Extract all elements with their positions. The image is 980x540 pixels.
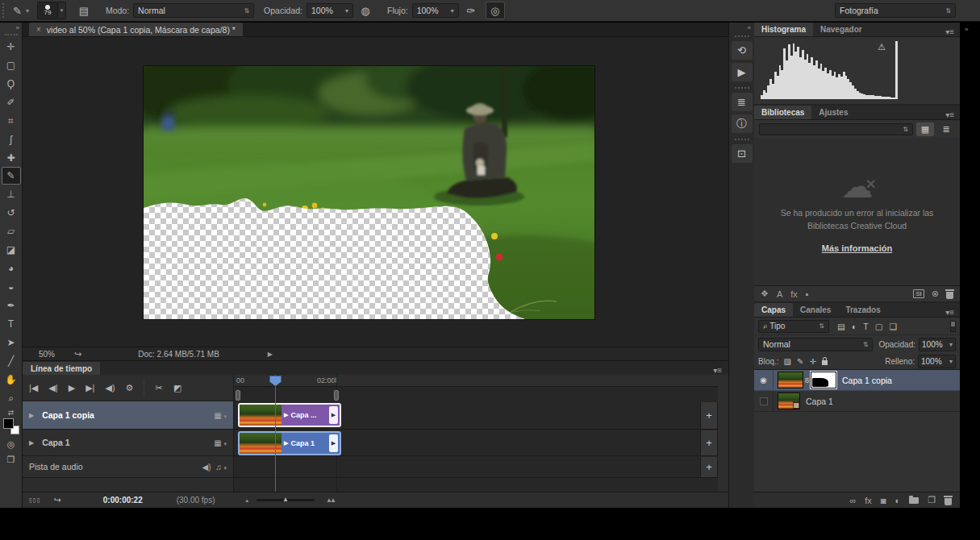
clip-nav-icon[interactable]: ▶ (329, 406, 338, 424)
filter-pixel-layers-icon[interactable]: ▤ (837, 322, 845, 331)
disclosure-icon[interactable]: ▶ (29, 412, 34, 419)
paint-bucket-tool[interactable]: ◪ (2, 240, 21, 259)
close-tab-icon[interactable]: × (36, 25, 41, 34)
add-audio-button[interactable]: + (700, 457, 718, 477)
layer-fill-select[interactable]: 100%▾ (918, 355, 956, 368)
visibility-toggle[interactable]: ◉ (754, 370, 774, 390)
visibility-toggle[interactable] (754, 391, 774, 411)
clone-stamp-tool[interactable]: ⊥ (2, 185, 21, 203)
audio-track-icons[interactable]: ◀) ♫ ▾ (202, 463, 227, 471)
lock-move-icon[interactable]: ✛ (809, 357, 815, 366)
layer-mask-thumbnail[interactable] (811, 372, 836, 388)
track-header-capa-1[interactable]: ▶ Capa 1 ▦ ▾ (23, 430, 233, 456)
status-expand-icon[interactable]: ▶ (268, 351, 273, 358)
new-group-button[interactable] (909, 497, 919, 504)
properties-panel-icon[interactable]: ≣ (732, 93, 753, 111)
filter-adjustment-layers-icon[interactable]: ◐ (852, 322, 857, 331)
flow-select[interactable]: 100%▾ (412, 3, 459, 18)
tab-ajustes[interactable]: Ajustes (811, 106, 855, 119)
timeline-zoom-slider[interactable]: ▲ (256, 499, 315, 501)
tab-bibliotecas[interactable]: Bibliotecas (754, 106, 811, 119)
tab-navegador[interactable]: Navegador (813, 23, 869, 36)
more-info-link[interactable]: Más información (822, 243, 892, 253)
pen-tool[interactable]: ✒ (2, 296, 21, 314)
tab-histograma[interactable]: Histograma (754, 23, 813, 36)
path-selection-tool[interactable]: ➤ (2, 333, 21, 351)
actions-panel-icon[interactable]: ▶ (732, 63, 753, 81)
collapse-dock-icon[interactable]: » (965, 26, 980, 33)
eyedropper-tool[interactable]: ʃ (2, 130, 21, 148)
transition-button[interactable]: ◩ (173, 383, 181, 393)
layer-opacity-select[interactable]: 100%▾ (919, 338, 956, 351)
timeline-zoom-out-icon[interactable]: ▴ (246, 497, 249, 504)
audio-toggle-button[interactable]: ◀) (105, 383, 115, 393)
brush-preset-picker[interactable]: 79 (37, 2, 58, 19)
split-at-playhead-button[interactable]: ✂ (155, 383, 162, 393)
lock-paint-icon[interactable]: ✎ (797, 357, 803, 366)
mask-link-icon[interactable]: 8 (805, 376, 809, 384)
track-header-capa-1-copia[interactable]: ▶ Capa 1 copia ▦ ▾ (23, 401, 233, 430)
tab-capas[interactable]: Capas (754, 303, 793, 317)
zoom-level-field[interactable]: 50% (39, 350, 55, 359)
timeline-zoom-in-icon[interactable]: ▲▲ (326, 496, 334, 504)
timeline-ruler[interactable]: 00 02:00f (234, 375, 728, 387)
clip-nav-icon[interactable]: ▶ (329, 434, 338, 452)
layer-row-capa-1[interactable]: ▦ Capa 1 (754, 391, 960, 412)
timeline-lane[interactable]: 00 02:00f ▶Capa ... ▶ (234, 375, 728, 492)
expand-panels-icon[interactable]: « (748, 24, 751, 31)
type-tool[interactable]: T (2, 314, 21, 333)
disclosure-icon[interactable]: ▶ (29, 439, 34, 447)
timeline-tab[interactable]: Línea de tiempo (23, 362, 100, 375)
library-select[interactable]: ⇅ (759, 123, 913, 135)
pressure-opacity-icon[interactable]: ◍ (356, 2, 375, 19)
workspace-select[interactable]: Fotografía⇅ (835, 3, 956, 18)
go-to-first-frame-button[interactable]: |◀ (29, 383, 38, 393)
blur-tool[interactable]: ◕ (2, 259, 21, 277)
keyframe-disclosure-icon[interactable]: ▶ (284, 440, 288, 447)
brush-tool-icon[interactable]: ✎ (13, 5, 22, 17)
next-frame-button[interactable]: ▶| (85, 383, 94, 393)
delete-layer-button[interactable] (945, 498, 952, 505)
brush-panel-toggle-button[interactable]: ▤ (74, 2, 94, 19)
clip-capa-1-copia[interactable]: ▶Capa ... ▶ (238, 403, 341, 427)
info-panel-icon[interactable]: ⓘ (732, 114, 753, 133)
filter-shape-layers-icon[interactable]: ▢ (875, 322, 883, 331)
foreground-background-swatches[interactable] (3, 418, 19, 434)
track-header-audio[interactable]: Pista de audio ◀) ♫ ▾ (23, 456, 233, 478)
foreground-color-swatch[interactable] (3, 418, 14, 429)
history-panel-icon[interactable]: ⟲ (732, 41, 753, 60)
add-layer-style-icon[interactable]: fx (790, 289, 798, 299)
add-adjustment-layer-button[interactable]: ◐ (895, 496, 900, 505)
dock-gripper[interactable] (735, 87, 749, 89)
track-type-icon[interactable]: ▦ ▾ (214, 411, 227, 420)
canvas-area[interactable] (23, 37, 728, 347)
layer-name[interactable]: Capa 1 copia (842, 376, 892, 385)
histogram-warning-icon[interactable]: ⚠ (878, 42, 886, 52)
opacity-select[interactable]: 100%▾ (307, 3, 353, 18)
add-color-icon[interactable]: ▪ (806, 289, 809, 299)
add-character-style-icon[interactable]: A (777, 289, 782, 299)
timeline-settings-button[interactable]: ⚙ (126, 383, 134, 393)
panel-menu-icon[interactable]: ▾≡ (945, 27, 954, 36)
track-type-icon[interactable]: ▦ ▾ (214, 438, 227, 447)
quick-mask-button[interactable]: ◎ (7, 439, 15, 450)
tab-canales[interactable]: Canales (793, 303, 838, 317)
clone-source-panel-icon[interactable]: ⊡ (732, 144, 753, 163)
add-layer-mask-button[interactable]: ◙ (881, 496, 886, 505)
panel-menu-icon[interactable]: ▾≡ (945, 110, 954, 119)
tool-preset-dropdown-icon[interactable]: ▾ (26, 7, 29, 15)
panel-menu-icon[interactable]: ▾≡ (945, 308, 954, 317)
timeline-panel-menu-icon[interactable]: ▾≡ (713, 366, 722, 375)
new-layer-button[interactable]: ❐ (928, 495, 936, 505)
dock-gripper[interactable] (735, 139, 749, 140)
screen-mode-button[interactable]: ❐ (7, 455, 15, 465)
list-view-button[interactable]: ≣ (937, 123, 955, 136)
layer-blend-mode-select[interactable]: Normal⇅ (758, 338, 873, 351)
work-area-start-handle[interactable] (236, 390, 240, 401)
swap-colors-icon[interactable]: ⇄ (8, 409, 15, 417)
move-tool[interactable]: ✛ (2, 37, 21, 56)
keyframe-disclosure-icon[interactable]: ▶ (284, 412, 288, 418)
toolbar-gripper[interactable] (5, 34, 18, 35)
dodge-tool[interactable]: ◒ (2, 277, 21, 296)
work-area-end-handle[interactable] (334, 390, 339, 401)
